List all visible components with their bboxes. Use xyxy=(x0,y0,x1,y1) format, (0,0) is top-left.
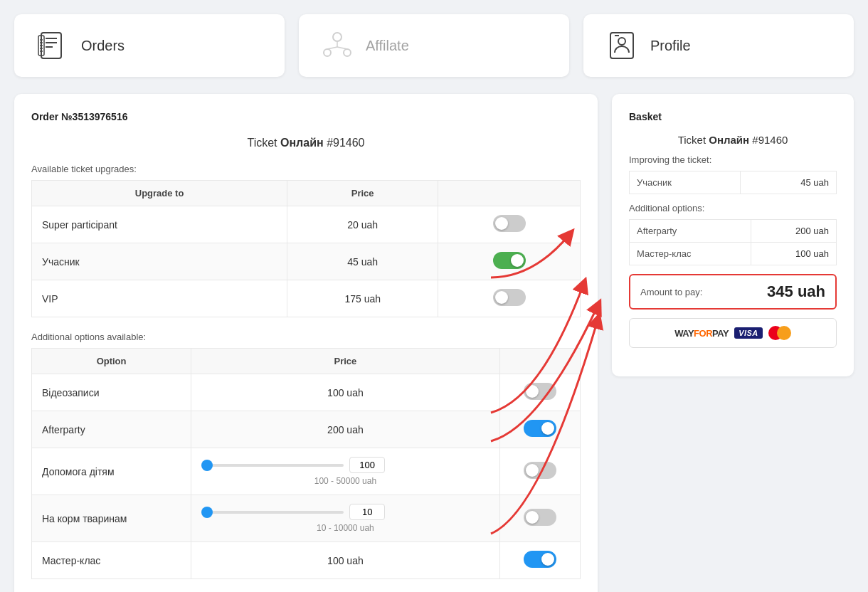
option-toggle-2[interactable] xyxy=(524,462,556,479)
page-container: Orders Affilate xyxy=(0,0,868,592)
profile-label: Profile xyxy=(650,38,691,54)
amount-label: Amount to pay: xyxy=(640,287,702,297)
basket-additional-label: Additional options: xyxy=(629,203,837,213)
order-ticket-heading: Ticket Онлайн #91460 xyxy=(31,137,581,149)
basket-additional-row-1: Мастер-клас 100 uah xyxy=(630,243,837,265)
svg-point-11 xyxy=(324,49,331,56)
basket-additional-price-1: 100 uah xyxy=(751,243,837,265)
upgrade-name-1: Учасник xyxy=(32,243,287,280)
upgrade-name-2: VIP xyxy=(32,280,287,317)
nav-cards: Orders Affilate xyxy=(14,14,854,77)
pay-button[interactable]: WAYFORPAY VISA xyxy=(629,318,837,348)
basket-improving-row-0: Учасник 45 uah xyxy=(630,171,837,194)
upgrade-name-0: Super participant xyxy=(32,206,287,243)
orders-icon xyxy=(36,28,70,63)
basket-improving-table: Учасник 45 uah xyxy=(629,171,837,194)
upgrades-label: Available ticket upgrades: xyxy=(31,164,581,174)
options-table: Option Price Відеозаписи 100 uah xyxy=(31,348,581,579)
upgrade-table: Upgrade to Price Super participant 20 ua… xyxy=(31,180,581,317)
basket-panel: Basket Ticket Онлайн #91460 Improving th… xyxy=(612,94,854,376)
upgrade-price-2: 175 uah xyxy=(287,280,438,317)
children-slider-range: 100 - 50000 uah xyxy=(314,476,376,486)
visa-badge: VISA xyxy=(734,327,763,339)
svg-point-12 xyxy=(344,49,351,56)
upgrade-price-1: 45 uah xyxy=(287,243,438,280)
affiliate-icon xyxy=(320,28,354,63)
basket-additional-price-0: 200 uah xyxy=(751,220,837,243)
options-label: Additional options available: xyxy=(31,332,581,342)
option-name-2: Допомога дітям xyxy=(32,448,191,495)
option-col1: Option xyxy=(32,349,191,374)
children-slider-value[interactable] xyxy=(349,457,385,473)
nav-card-profile[interactable]: Profile xyxy=(583,14,854,77)
main-content: Order №3513976516 Ticket Онлайн #91460 A… xyxy=(14,94,854,592)
option-name-1: Afterparty xyxy=(32,411,191,448)
option-row-children: Допомога дітям 100 - 50000 uah xyxy=(32,448,581,495)
basket-improving-price-0: 45 uah xyxy=(740,171,836,194)
wayforpay-text: WAYFORPAY xyxy=(674,328,729,339)
basket-improving-name-0: Учасник xyxy=(630,171,741,194)
order-title: Order №3513976516 xyxy=(31,111,581,122)
affiliate-label: Affilate xyxy=(366,38,409,54)
animals-slider[interactable] xyxy=(201,511,344,514)
nav-card-orders[interactable]: Orders xyxy=(14,14,285,77)
amount-value: 345 uah xyxy=(767,282,825,301)
option-toggle-3[interactable] xyxy=(524,509,556,526)
svg-point-17 xyxy=(618,38,625,45)
basket-title: Basket xyxy=(629,111,837,122)
animals-slider-value[interactable] xyxy=(349,504,385,520)
children-slider[interactable] xyxy=(201,464,344,467)
option-row-masterclass: Мастер-клас 100 uah xyxy=(32,542,581,579)
option-toggle-4[interactable] xyxy=(524,551,556,568)
option-name-3: На корм тваринам xyxy=(32,495,191,542)
upgrade-col1: Upgrade to xyxy=(32,181,287,206)
basket-additional-name-1: Мастер-клас xyxy=(630,243,751,265)
mc-circle-orange xyxy=(777,326,791,340)
basket-improving-label: Improving the ticket: xyxy=(629,154,837,165)
option-row-video: Відеозаписи 100 uah xyxy=(32,374,581,411)
option-col2: Price xyxy=(191,349,500,374)
option-price-1: 200 uah xyxy=(191,411,500,448)
upgrade-row-vip: VIP 175 uah xyxy=(32,280,581,317)
basket-additional-row-0: Afterparty 200 uah xyxy=(630,220,837,243)
option-price-0: 100 uah xyxy=(191,374,500,411)
basket-ticket-heading: Ticket Онлайн #91460 xyxy=(629,134,837,146)
upgrade-row-uchasnyk: Учасник 45 uah xyxy=(32,243,581,280)
option-price-4: 100 uah xyxy=(191,542,500,579)
option-row-animals: На корм тваринам 10 - 10000 uah xyxy=(32,495,581,542)
svg-point-10 xyxy=(333,33,342,41)
svg-line-15 xyxy=(337,47,347,49)
nav-card-affiliate[interactable]: Affilate xyxy=(299,14,569,77)
basket-additional-table: Afterparty 200 uah Мастер-клас 100 uah xyxy=(629,219,837,265)
upgrade-price-0: 20 uah xyxy=(287,206,438,243)
option-toggle-0[interactable] xyxy=(524,383,556,400)
option-row-afterparty: Afterparty 200 uah xyxy=(32,411,581,448)
orders-label: Orders xyxy=(81,38,125,54)
upgrade-row-super: Super participant 20 uah xyxy=(32,206,581,243)
mastercard-badge xyxy=(768,326,791,340)
upgrade-toggle-2[interactable] xyxy=(493,289,526,306)
upgrade-toggle-1[interactable] xyxy=(493,252,526,269)
animals-slider-range: 10 - 10000 uah xyxy=(317,523,374,533)
upgrade-col2: Price xyxy=(287,181,438,206)
option-name-0: Відеозаписи xyxy=(32,374,191,411)
option-toggle-1[interactable] xyxy=(524,420,556,437)
order-panel: Order №3513976516 Ticket Онлайн #91460 A… xyxy=(14,94,598,592)
profile-icon xyxy=(605,28,639,63)
basket-additional-name-0: Afterparty xyxy=(630,220,751,243)
amount-row: Amount to pay: 345 uah xyxy=(629,274,837,310)
upgrade-toggle-0[interactable] xyxy=(493,215,526,232)
svg-line-14 xyxy=(327,47,337,49)
option-name-4: Мастер-клас xyxy=(32,542,191,579)
